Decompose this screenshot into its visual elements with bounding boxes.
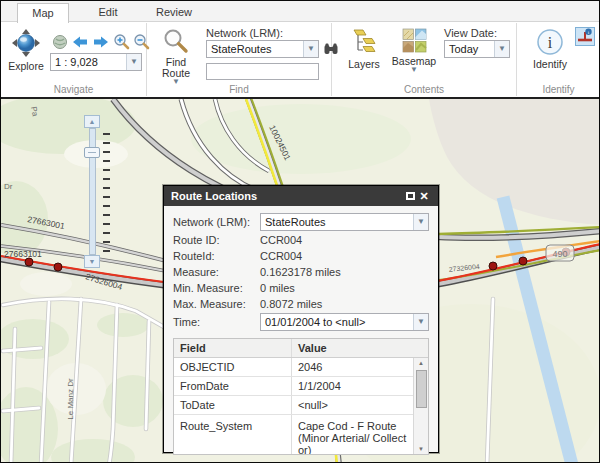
field-value: 0.8072 miles (260, 298, 322, 310)
view-date-label: View Date: (444, 27, 497, 39)
field-value: 0 miles (260, 282, 295, 294)
explore-label: Explore (4, 61, 48, 72)
field-value: CCR004 (260, 250, 302, 262)
layers-icon (350, 46, 378, 58)
explore-button[interactable]: Explore (4, 28, 48, 72)
view-date-value: Today (445, 41, 494, 57)
identify-label: Identify (529, 59, 571, 70)
identify-route-location-icon: i (576, 31, 594, 48)
chevron-down-icon[interactable]: ▼ (494, 41, 509, 57)
ribbon: Map Edit Review Explore (1, 1, 599, 97)
field-label: Time: (173, 316, 260, 328)
table-row[interactable]: ToDate <null> (174, 396, 413, 415)
zoom-slider-handle[interactable] (84, 147, 100, 158)
chevron-down-icon[interactable]: ▼ (413, 214, 428, 230)
route-locations-dialog: Route Locations ✕ Network (LRM): StateRo… (163, 185, 439, 453)
ribbon-tab-bar: Map Edit Review (1, 1, 599, 22)
chevron-down-icon[interactable]: ▼ (303, 41, 318, 57)
identify-route-location-tool-button[interactable]: i (575, 27, 595, 46)
dialog-network-value: StateRoutes (261, 214, 413, 230)
explore-icon (11, 48, 41, 60)
dialog-title: Route Locations (171, 186, 403, 206)
identify-icon: i (536, 46, 564, 58)
street-label: Le Manz Dr (66, 378, 75, 420)
cell-value: 2046 (292, 358, 413, 376)
cell-field: OBJECTID (174, 358, 292, 376)
group-find: Find Route ▼ Network (LRM): StateRoutes … (147, 23, 332, 96)
table-row[interactable]: FromDate 1/1/2004 (174, 377, 413, 396)
maximize-icon[interactable] (403, 186, 417, 206)
field-label: Route ID: (173, 234, 260, 246)
basemap-icon (402, 43, 427, 55)
find-route-magnifier-icon (163, 44, 189, 56)
zoom-slider-up-button[interactable]: ▲ (84, 115, 100, 128)
table-row[interactable]: Route_System Cape Cod - F Route (Minor A… (174, 415, 413, 455)
zoom-slider[interactable]: ▲ ▼ (83, 115, 101, 268)
group-label-find: Find (147, 84, 331, 95)
close-icon[interactable]: ✕ (417, 186, 431, 206)
zoom-in-icon[interactable] (113, 33, 130, 54)
application-window: Map Edit Review Explore (0, 0, 600, 463)
field-label: Network (LRM): (173, 216, 260, 228)
zoom-slider-down-button[interactable]: ▼ (84, 255, 100, 268)
map-scale-combobox[interactable]: 1 : 9,028 ▼ (50, 53, 142, 71)
svg-text:490: 490 (552, 249, 567, 259)
field-label: Measure: (173, 266, 260, 278)
chevron-down-icon[interactable]: ▼ (126, 54, 141, 70)
field-label: RouteId: (173, 250, 260, 262)
dialog-body: Network (LRM): StateRoutes ▼ Route ID: C… (164, 206, 438, 452)
group-label-navigate: Navigate (1, 84, 146, 95)
cell-value: 1/1/2004 (292, 377, 413, 395)
group-navigate: Explore (1, 23, 147, 96)
layers-label: Layers (342, 59, 386, 70)
layers-button[interactable]: Layers (342, 28, 386, 70)
map-scale-value: 1 : 9,028 (51, 54, 126, 70)
chevron-down-icon[interactable]: ▼ (413, 314, 428, 330)
cell-value: <null> (292, 396, 413, 414)
urban-area-polygon (429, 99, 600, 225)
full-extent-globe-icon[interactable] (52, 34, 68, 54)
scrollbar-thumb[interactable] (416, 370, 427, 408)
street-label: Dr (4, 182, 13, 191)
table-row[interactable]: OBJECTID 2046 (174, 358, 413, 377)
identify-button[interactable]: i Identify (529, 28, 571, 70)
dialog-title-bar[interactable]: Route Locations ✕ (164, 186, 438, 206)
scroll-up-icon[interactable]: ▲ (418, 358, 424, 369)
cell-value: Cape Cod - F Route (Minor Arterial/ Coll… (292, 415, 413, 455)
network-lrm-value: StateRoutes (207, 41, 303, 57)
table-header-row: Field Value (174, 339, 428, 358)
group-identify: i Identify i Identify (517, 23, 600, 96)
dialog-time-combobox[interactable]: 01/01/2004 to <null> ▼ (260, 313, 429, 331)
field-value: 0.1623178 miles (260, 266, 341, 278)
cell-field: FromDate (174, 377, 292, 395)
group-contents: Layers Basemap ▼ (332, 23, 517, 96)
find-route-button[interactable]: Find Route ▼ (155, 28, 197, 85)
table-scrollbar[interactable]: ▲ ▼ (413, 358, 428, 455)
find-route-label: Find Route (155, 57, 197, 79)
cell-field: Route_System (174, 415, 292, 455)
attributes-table: Field Value OBJECTID 2046 FromDate 1/1/2… (173, 338, 429, 455)
column-header-value: Value (292, 339, 428, 357)
route-label: 27326004 (448, 263, 480, 273)
dialog-network-combobox[interactable]: StateRoutes ▼ (260, 213, 429, 231)
route-label: 27663101 (4, 249, 42, 259)
field-label: Min. Measure: (173, 282, 260, 294)
tab-review[interactable]: Review (143, 3, 205, 23)
svg-text:i: i (548, 34, 553, 51)
zoom-level-ticks (103, 133, 110, 253)
tab-map[interactable]: Map (17, 3, 69, 23)
network-lrm-label: Network (LRM): (206, 27, 283, 39)
cell-field: ToDate (174, 396, 292, 414)
scroll-down-icon[interactable]: ▼ (418, 444, 424, 455)
basemap-button[interactable]: Basemap ▼ (390, 28, 438, 73)
tab-edit[interactable]: Edit (81, 3, 135, 23)
group-label-identify: Identify (517, 84, 600, 95)
view-date-combobox[interactable]: Today ▼ (444, 40, 510, 58)
column-header-field: Field (174, 339, 292, 357)
network-lrm-combobox[interactable]: StateRoutes ▼ (206, 40, 319, 58)
next-extent-arrow-icon[interactable] (92, 34, 110, 54)
previous-extent-arrow-icon[interactable] (71, 34, 89, 54)
route-id-input[interactable] (206, 63, 319, 80)
group-label-contents: Contents (332, 84, 516, 95)
chevron-down-icon: ▼ (390, 67, 438, 73)
